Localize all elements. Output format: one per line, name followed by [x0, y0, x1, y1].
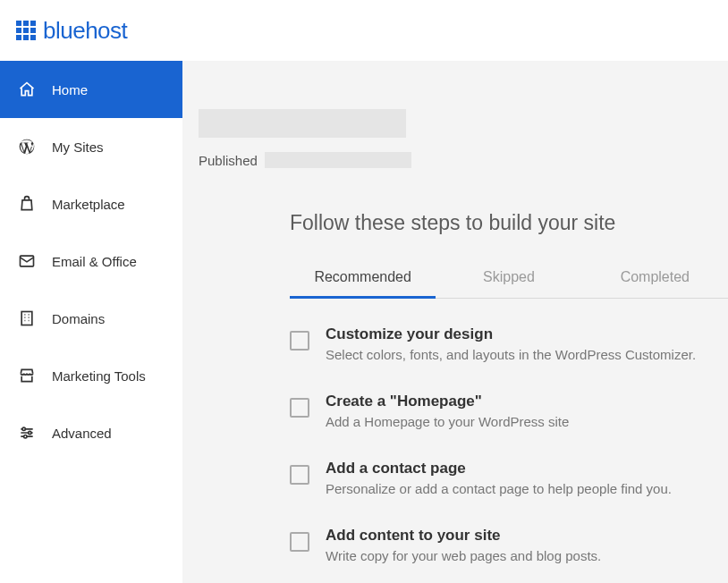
tabs: Recommended Skipped Completed: [290, 258, 728, 299]
site-info: Published: [182, 109, 728, 168]
tab-completed[interactable]: Completed: [582, 258, 728, 298]
step-title: Add a contact page: [326, 460, 672, 477]
tab-recommended[interactable]: Recommended: [290, 258, 436, 298]
published-value-placeholder: [265, 152, 411, 168]
sidebar-item-label: Advanced: [52, 426, 112, 441]
sidebar-item-label: My Sites: [52, 139, 104, 155]
brand-name: bluehost: [43, 17, 127, 45]
sidebar-item-marketing-tools[interactable]: Marketing Tools: [0, 347, 182, 404]
step-title: Customize your design: [326, 325, 696, 343]
step-checkbox[interactable]: [290, 465, 309, 485]
logo[interactable]: bluehost: [16, 17, 127, 45]
sidebar-item-label: Home: [52, 82, 88, 97]
step-item-create-homepage: Create a "Homepage" Add a Homepage to yo…: [290, 393, 728, 429]
step-desc: Select colors, fonts, and layouts in the…: [326, 347, 696, 362]
building-icon: [18, 309, 36, 327]
svg-point-4: [29, 431, 31, 434]
step-checkbox[interactable]: [290, 532, 309, 552]
main-content: Published Follow these steps to build yo…: [182, 61, 728, 583]
step-checkbox[interactable]: [290, 398, 309, 418]
steps-section: Follow these steps to build your site Re…: [182, 211, 728, 563]
sidebar-item-label: Marketplace: [52, 197, 125, 212]
sidebar-item-label: Marketing Tools: [52, 368, 146, 384]
step-title: Add content to your site: [326, 527, 601, 545]
tab-label: Completed: [621, 269, 690, 284]
sidebar-item-domains[interactable]: Domains: [0, 290, 182, 347]
svg-rect-2: [21, 312, 32, 325]
sidebar-item-label: Email & Office: [52, 254, 137, 269]
step-item-contact-page: Add a contact page Personalize or add a …: [290, 460, 728, 496]
published-label: Published: [199, 153, 258, 168]
steps-list: Customize your design Select colors, fon…: [290, 299, 728, 563]
tab-skipped[interactable]: Skipped: [436, 258, 581, 298]
home-icon: [18, 80, 36, 98]
sidebar-item-email-office[interactable]: Email & Office: [0, 232, 182, 290]
sidebar-item-advanced[interactable]: Advanced: [0, 404, 182, 461]
step-checkbox[interactable]: [290, 331, 309, 351]
steps-title: Follow these steps to build your site: [290, 211, 728, 235]
svg-point-3: [22, 427, 25, 430]
sidebar-item-my-sites[interactable]: My Sites: [0, 118, 182, 175]
published-row: Published: [199, 152, 728, 168]
mail-icon: [18, 252, 36, 270]
tab-label: Skipped: [483, 269, 535, 284]
storefront-icon: [18, 367, 36, 384]
sidebar-item-home[interactable]: Home: [0, 61, 182, 118]
step-item-customize-design: Customize your design Select colors, fon…: [290, 325, 728, 362]
sliders-icon: [18, 424, 36, 442]
step-item-add-content: Add content to your site Write copy for …: [290, 527, 728, 563]
header: bluehost: [0, 0, 728, 61]
site-title-placeholder: [199, 109, 406, 138]
wordpress-icon: [18, 138, 36, 156]
step-title: Create a "Homepage": [326, 393, 569, 410]
sidebar: Home My Sites Marketplace: [0, 61, 182, 583]
logo-grid-icon: [16, 21, 36, 40]
sidebar-item-marketplace[interactable]: Marketplace: [0, 175, 182, 232]
step-desc: Add a Homepage to your WordPress site: [326, 414, 569, 429]
tab-label: Recommended: [314, 269, 411, 284]
step-desc: Personalize or add a contact page to hel…: [326, 481, 672, 496]
step-desc: Write copy for your web pages and blog p…: [326, 548, 601, 563]
sidebar-item-label: Domains: [52, 311, 105, 326]
bag-icon: [18, 195, 36, 213]
svg-point-5: [24, 435, 27, 438]
